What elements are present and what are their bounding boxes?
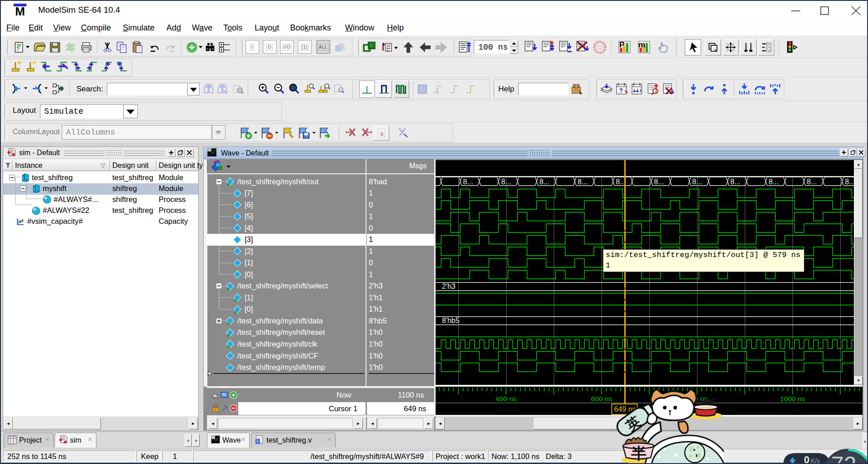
svg-text:8...: 8... <box>654 178 664 186</box>
svg-text:8...: 8... <box>768 178 778 186</box>
svg-text:K/s: K/s <box>811 457 820 464</box>
svg-text:8'hb5: 8'hb5 <box>442 317 460 324</box>
svg-text:8...: 8... <box>577 178 587 186</box>
svg-text:8...: 8... <box>730 178 740 186</box>
svg-text:2'h3: 2'h3 <box>442 282 456 290</box>
svg-text:P: P <box>619 40 625 49</box>
svg-text:400 ns: 400 ns <box>496 395 517 403</box>
svg-text:1000 ns: 1000 ns <box>780 395 805 403</box>
svg-text:8...: 8... <box>501 178 511 186</box>
svg-text:72: 72 <box>831 452 857 464</box>
svg-text:0: 0 <box>804 454 809 464</box>
svg-text:8...: 8... <box>845 178 854 186</box>
svg-text:8...: 8... <box>807 178 817 186</box>
svg-text:m: m <box>638 40 645 49</box>
svg-text:8...: 8... <box>692 178 702 186</box>
svg-text:8...: 8... <box>463 178 473 186</box>
svg-text:8...: 8... <box>539 178 549 186</box>
svg-text:半: 半 <box>631 444 647 462</box>
svg-text:V: V <box>256 439 259 444</box>
svg-text:?: ? <box>619 87 623 94</box>
